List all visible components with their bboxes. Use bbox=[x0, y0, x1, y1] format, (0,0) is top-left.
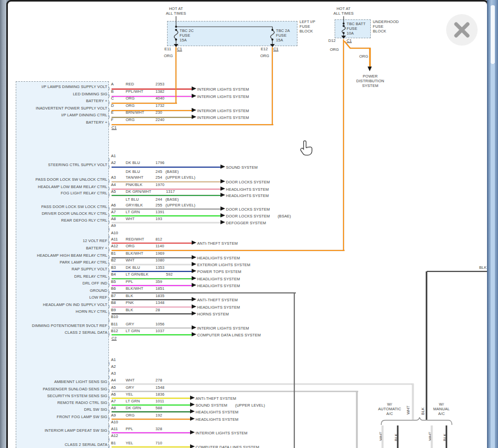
destination-note: (UPPER LEVEL) bbox=[235, 403, 265, 408]
pin-label: B7 bbox=[111, 293, 116, 298]
route-wire bbox=[356, 391, 358, 448]
pin-function-label: INADVERTENT POWER SUPPLY VOLT bbox=[13, 106, 107, 111]
wire bbox=[112, 419, 190, 420]
wire bbox=[112, 264, 192, 266]
wire bbox=[112, 96, 192, 97]
pin-label: A bbox=[111, 82, 114, 86]
pin-function-label: BATTERY + bbox=[13, 246, 107, 250]
blk-feed-label: BLK bbox=[479, 265, 486, 270]
pin-function-label: HEADLAMP LOW BEAM RELAY CTRL bbox=[13, 184, 107, 189]
exit-pin-e12: E12 bbox=[261, 47, 268, 51]
system-arrow-icon bbox=[190, 409, 195, 413]
pin-label: A7 bbox=[111, 399, 116, 403]
pin-function-label: SECURITYN SYSTEM SENS SIG bbox=[13, 394, 107, 398]
fuse-tbc2a-label: TBC 2AFUSE15A bbox=[276, 28, 290, 42]
system-arrow-icon bbox=[190, 396, 195, 400]
pin-arc-icon: ) bbox=[108, 361, 110, 366]
pin-function-label: PASSENGER SUNLOAD SENS SIG bbox=[13, 387, 107, 391]
wire-color-label: YEL bbox=[126, 441, 133, 445]
wire bbox=[112, 89, 192, 90]
pin-label: B bbox=[111, 89, 114, 94]
wire-color-label: DK BLU bbox=[126, 169, 140, 174]
wire bbox=[112, 334, 192, 336]
branch-wire-label: ORG bbox=[359, 54, 368, 59]
wire-color-label: ORG bbox=[126, 244, 135, 248]
pin-arc-icon: ) bbox=[108, 332, 110, 336]
pin-arc-icon: ) bbox=[108, 444, 110, 448]
route-wire bbox=[350, 48, 371, 49]
exit-wire-e11: ORG bbox=[164, 53, 173, 58]
pin-arc-icon: ) bbox=[108, 192, 110, 197]
close-button[interactable] bbox=[446, 14, 478, 46]
pin-label: A9 bbox=[111, 223, 116, 228]
pin-arc-icon: ) bbox=[108, 93, 110, 98]
circuit-number: 1056 bbox=[156, 322, 164, 326]
pin-label: B10 bbox=[111, 314, 118, 319]
exit-conn-e11-link[interactable]: C1 bbox=[177, 47, 182, 51]
circuit-number: 1969 bbox=[156, 251, 164, 256]
pin-label: A4 bbox=[111, 182, 116, 187]
connector-label-link[interactable]: C1 bbox=[112, 125, 117, 130]
wire bbox=[112, 257, 192, 259]
wire bbox=[112, 398, 190, 399]
pin-arc-icon: ) bbox=[108, 227, 110, 232]
pin-label: A5 bbox=[111, 189, 116, 194]
scrollbar-lower-track[interactable] bbox=[491, 64, 495, 448]
wire-color-label: BRN/WHT bbox=[126, 110, 144, 115]
pin-arc-icon: ) bbox=[108, 261, 110, 266]
circuit-number: 328 bbox=[156, 427, 162, 431]
pin-arc-icon: ) bbox=[108, 114, 110, 119]
pin-label: A5 bbox=[111, 385, 116, 390]
wire bbox=[112, 411, 190, 413]
pin-label: B8 bbox=[111, 300, 116, 305]
pin-function-label: STEERING CTRL SUPPLY VOLT bbox=[13, 162, 107, 167]
circuit-number: 2240 bbox=[156, 117, 164, 122]
pin-label: A1 bbox=[111, 154, 116, 158]
wire-color-label: GRY bbox=[126, 385, 134, 390]
circuit-number: 1391 bbox=[156, 210, 164, 214]
route-wire bbox=[343, 39, 345, 250]
destination-system-label: ANTI-THEFT SYSTEM bbox=[197, 241, 238, 246]
pin-label: A11 bbox=[111, 427, 118, 431]
pin-label: B9 bbox=[111, 308, 116, 312]
pin-arc-icon: ) bbox=[108, 318, 110, 323]
wire-color-label: DK GRN bbox=[126, 406, 141, 410]
route-wire bbox=[431, 425, 433, 448]
system-arrow-icon bbox=[192, 311, 196, 315]
route-wire bbox=[397, 425, 399, 448]
wire-color-label: DK BLU bbox=[126, 265, 140, 270]
exit-wire-d12: ORG bbox=[330, 47, 339, 52]
destination-note: (BSAE) bbox=[278, 214, 291, 218]
circuit-number: 244 bbox=[156, 197, 162, 202]
destination-system-label: INTERIOR LIGHTS SYSTEM bbox=[197, 87, 249, 92]
system-arrow-icon bbox=[192, 283, 196, 287]
pin-function-label: PASS DOOR LOCK SW UNLOCK CTRL bbox=[13, 177, 107, 182]
scrollbar-thumb[interactable] bbox=[491, 5, 495, 64]
pin-label: A1 bbox=[111, 357, 116, 362]
wire-color-label: ORG bbox=[126, 117, 135, 122]
wire-color-label: GRY bbox=[126, 322, 134, 326]
wire-color-label: BLK bbox=[126, 293, 133, 298]
route-wire bbox=[427, 271, 487, 272]
wire-color-label: LT GRN/BLK bbox=[126, 272, 149, 277]
circuit-number: 1836 bbox=[156, 392, 164, 397]
pin-function-label: HEADLAMP ON IND SUPPLY VOLT bbox=[13, 302, 107, 307]
wire-color-label: RED bbox=[126, 82, 134, 86]
exit-conn-d12-link[interactable]: C1 bbox=[347, 38, 352, 43]
pin-arc-icon: ) bbox=[108, 297, 110, 301]
system-arrow-icon bbox=[192, 297, 196, 301]
pin-function-label: CLASS 2 SERIAL DATA bbox=[13, 330, 107, 335]
pin-function-label: BATTERY + bbox=[13, 120, 107, 125]
exit-conn-e12-link[interactable]: C1 bbox=[273, 47, 279, 51]
pin-arc-icon: ) bbox=[108, 423, 110, 428]
circuit-number: 245 bbox=[156, 169, 162, 174]
pin-arc-icon: ) bbox=[108, 240, 110, 245]
connector-label-link[interactable]: C2 bbox=[112, 336, 117, 341]
wire bbox=[112, 222, 220, 224]
destination-system-label: INTERIOR LIGHTS SYSTEM bbox=[197, 108, 249, 113]
underhood-fuse-block-name: UNDERHOODFUSEBLOCK bbox=[373, 19, 399, 34]
destination-system-label: HORNS SYSTEM bbox=[197, 312, 229, 316]
system-arrow-icon bbox=[220, 193, 225, 197]
pin-label: A2 bbox=[111, 364, 116, 369]
destination-system-label: ANTI-THEFT SYSTEM bbox=[196, 396, 236, 401]
